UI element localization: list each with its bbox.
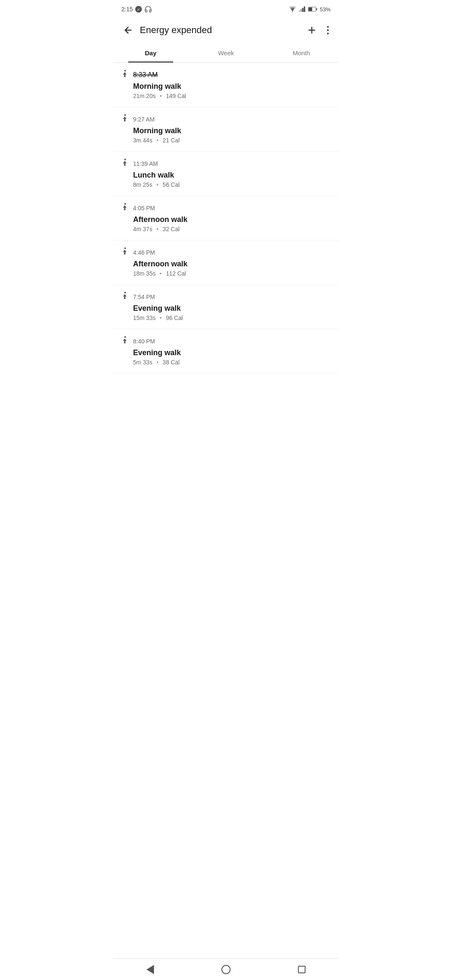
nav-home-button[interactable] xyxy=(213,961,239,978)
list-item[interactable]: 7:54 PM Evening walk 15m 33s • 96 Cal xyxy=(113,285,339,329)
more-button[interactable] xyxy=(324,22,332,38)
svg-point-15 xyxy=(124,248,126,249)
activity-stats: 4m 37s • 32 Cal xyxy=(133,226,331,232)
wifi-icon xyxy=(289,6,296,12)
svg-point-0 xyxy=(292,11,293,12)
activity-time-row: 4:05 PM xyxy=(121,203,331,214)
list-item[interactable]: 8:33 AM Morning walk 21m 20s • 149 Cal xyxy=(113,63,339,107)
status-right: 53% xyxy=(289,6,331,13)
svg-rect-4 xyxy=(304,7,305,12)
signal-icon xyxy=(299,6,306,12)
back-button[interactable] xyxy=(120,22,136,39)
status-time: 2:15 xyxy=(121,6,133,13)
activity-name: Afternoon walk xyxy=(133,260,331,268)
list-item[interactable]: 8:40 PM Evening walk 5m 33s • 38 Cal xyxy=(113,329,339,374)
activity-name: Afternoon walk xyxy=(133,215,331,224)
walk-icon xyxy=(121,291,129,302)
activity-time-row: 11:39 AM xyxy=(121,158,331,169)
list-item[interactable]: 11:39 AM Lunch walk 8m 25s • 56 Cal xyxy=(113,152,339,196)
activity-stats: 8m 25s • 56 Cal xyxy=(133,181,331,188)
activity-time: 8:33 AM xyxy=(133,71,158,79)
activity-time: 11:39 AM xyxy=(133,160,158,167)
tab-day[interactable]: Day xyxy=(113,44,188,62)
activity-time-row: 9:27 AM xyxy=(121,114,331,125)
activity-stats: 5m 33s • 38 Cal xyxy=(133,359,331,366)
svg-point-16 xyxy=(124,292,126,294)
activity-time-row: 7:54 PM xyxy=(121,291,331,302)
list-item[interactable]: 9:27 AM Morning walk 3m 44s • 21 Cal xyxy=(113,107,339,152)
list-item[interactable]: 4:46 PM Afternoon walk 18m 35s • 112 Cal xyxy=(113,240,339,285)
svg-point-11 xyxy=(124,70,126,72)
svg-point-10 xyxy=(327,33,329,34)
battery-icon xyxy=(308,7,317,12)
walk-icon xyxy=(121,336,129,347)
svg-point-13 xyxy=(124,159,126,160)
svg-point-12 xyxy=(124,114,126,116)
activity-name: Morning walk xyxy=(133,126,331,135)
activity-time-row: 4:46 PM xyxy=(121,247,331,258)
home-circle-icon xyxy=(221,965,231,974)
activity-stats: 21m 20s • 149 Cal xyxy=(133,93,331,99)
activity-stats: 3m 44s • 21 Cal xyxy=(133,137,331,144)
activity-time: 9:27 AM xyxy=(133,116,154,123)
page-title: Energy expended xyxy=(140,25,303,36)
activity-list: 8:33 AM Morning walk 21m 20s • 149 Cal 9… xyxy=(113,63,339,374)
svg-rect-1 xyxy=(299,10,300,12)
back-triangle-icon xyxy=(146,965,154,974)
add-button[interactable] xyxy=(303,22,320,39)
recent-square-icon xyxy=(298,966,306,973)
activity-time: 4:05 PM xyxy=(133,205,155,211)
walk-icon xyxy=(121,203,129,214)
walk-icon xyxy=(121,114,129,125)
walk-icon xyxy=(121,158,129,169)
nav-recent-button[interactable] xyxy=(290,962,314,977)
svg-rect-2 xyxy=(300,9,302,12)
activity-time: 4:46 PM xyxy=(133,249,155,256)
activity-name: Lunch walk xyxy=(133,171,331,180)
status-bar: 2:15 ✓ 53% xyxy=(113,0,339,17)
activity-stats: 15m 33s • 96 Cal xyxy=(133,315,331,321)
svg-point-9 xyxy=(327,29,329,31)
activity-name: Morning walk xyxy=(133,82,331,91)
battery-percent: 53% xyxy=(320,6,331,13)
activity-time: 8:40 PM xyxy=(133,338,155,345)
svg-rect-6 xyxy=(316,8,317,10)
activity-stats: 18m 35s • 112 Cal xyxy=(133,270,331,277)
tab-month[interactable]: Month xyxy=(264,44,339,62)
activity-name: Evening walk xyxy=(133,348,331,357)
list-item[interactable]: 4:05 PM Afternoon walk 4m 37s • 32 Cal xyxy=(113,196,339,240)
headphones-icon xyxy=(144,5,152,13)
walk-icon xyxy=(121,70,129,80)
tab-week[interactable]: Week xyxy=(188,44,264,62)
status-left: 2:15 ✓ xyxy=(121,5,152,13)
activity-time-row: 8:40 PM xyxy=(121,336,331,347)
bottom-nav xyxy=(113,958,339,980)
activity-name: Evening walk xyxy=(133,304,331,313)
header: Energy expended xyxy=(113,17,339,44)
svg-point-8 xyxy=(327,26,329,28)
header-actions xyxy=(303,22,332,39)
activity-time-row: 8:33 AM xyxy=(121,70,331,80)
activity-time: 7:54 PM xyxy=(133,294,155,300)
nav-back-button[interactable] xyxy=(138,961,162,978)
walk-icon xyxy=(121,247,129,258)
check-icon: ✓ xyxy=(135,6,142,13)
tabs: Day Week Month xyxy=(113,44,339,63)
svg-rect-3 xyxy=(302,8,303,12)
svg-rect-7 xyxy=(308,8,312,11)
svg-point-14 xyxy=(124,203,126,205)
svg-point-17 xyxy=(124,336,126,338)
